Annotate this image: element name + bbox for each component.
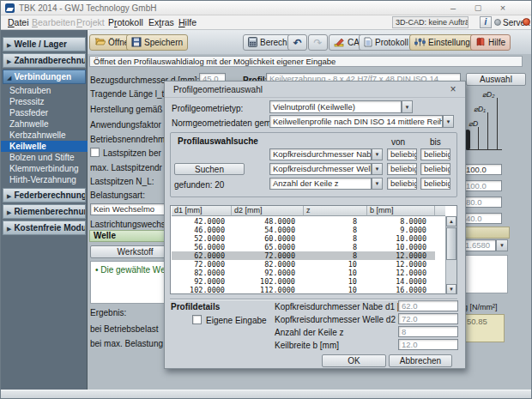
label-lastspitzen: Lastspitzen ber bbox=[103, 148, 161, 158]
detail-label-z: Anzahl der Keile z bbox=[275, 328, 344, 337]
table-row[interactable]: 72.000082.00001012.0000 bbox=[172, 260, 435, 269]
search-button[interactable]: Suchen bbox=[174, 163, 245, 175]
column-header-b[interactable]: b [mm] bbox=[367, 206, 435, 216]
chevron-down-icon[interactable]: ▼ bbox=[372, 178, 383, 190]
column-header-d2[interactable]: d2 [mm] bbox=[232, 206, 304, 216]
profile-select-button[interactable]: Auswahl bbox=[466, 73, 526, 86]
label-max-lastspitzendrehmoment: max. Lastspitzendr bbox=[90, 163, 162, 172]
column-header-z[interactable]: z bbox=[304, 206, 367, 216]
menu-hilfe[interactable]: Hilfe bbox=[178, 17, 196, 27]
sidebar-item-presssitz[interactable]: Presssitz bbox=[1, 96, 88, 107]
criterion-2-to-field[interactable]: beliebig bbox=[420, 163, 450, 175]
table-row[interactable]: 52.000060.0000810.0000 bbox=[172, 234, 435, 243]
dialog-close-icon[interactable]: × bbox=[446, 83, 460, 96]
detail-field-d2: 72.0 bbox=[398, 313, 458, 324]
save-button[interactable]: Speichern bbox=[126, 34, 188, 51]
material-note-text: • Die gewählte We bbox=[95, 265, 166, 275]
profile-details-title: Profildetails bbox=[171, 302, 220, 311]
custom-input-checkbox[interactable] bbox=[192, 315, 202, 324]
collapsed-triangle-icon: ▶ bbox=[7, 209, 11, 215]
chevron-down-icon[interactable]: ▼ bbox=[372, 148, 383, 160]
criterion-1-from-field[interactable]: beliebig bbox=[387, 148, 417, 160]
chevron-down-icon[interactable]: ▼ bbox=[443, 115, 454, 128]
chevron-down-icon[interactable]: ▼ bbox=[402, 100, 413, 113]
sidebar-group-riemenberechnung[interactable]: ▶Riemenberechnung bbox=[3, 204, 86, 219]
cancel-button[interactable]: Abbrechen bbox=[389, 354, 452, 367]
help-button[interactable]: Hilfe bbox=[470, 34, 511, 51]
sidebar-group-federberechnung[interactable]: ▶Federberechnung bbox=[3, 188, 86, 203]
sidebar-item-kerbzahnwelle[interactable]: Kerbzahnwelle bbox=[1, 130, 88, 141]
right-field-3[interactable]: 80.0 bbox=[462, 196, 502, 208]
table-row[interactable]: 42.000048.000088.0000 bbox=[172, 217, 435, 226]
maximize-icon[interactable]: ▢ bbox=[471, 2, 485, 14]
table-scrollbar[interactable]: ▲ ▼ bbox=[445, 216, 456, 294]
detail-label-d1: Kopfkreisdurchmesser Nabe d1 [mm] bbox=[275, 302, 416, 311]
material-number-combobox[interactable]: 1.6580 bbox=[462, 239, 496, 251]
menu-bearbeiten: Bearbeiten bbox=[32, 17, 76, 27]
menu-protokoll[interactable]: Protokoll bbox=[108, 17, 143, 27]
scroll-up-icon[interactable]: ▲ bbox=[446, 216, 456, 227]
sidebar-item-schrauben[interactable]: Schrauben bbox=[1, 85, 88, 96]
scroll-down-icon[interactable]: ▼ bbox=[446, 284, 456, 294]
right-field-4[interactable]: 40.0 bbox=[462, 213, 502, 224]
scrollbar-thumb[interactable] bbox=[446, 227, 456, 260]
sidebar-group-zahnradberechnung[interactable]: ▶Zahnradberechnung bbox=[3, 53, 86, 68]
right-field-1[interactable]: 100.0 bbox=[462, 164, 502, 175]
table-row[interactable]: 82.000092.00001012.0000 bbox=[172, 269, 435, 277]
menu-datei[interactable]: Datei bbox=[8, 17, 29, 27]
collapsed-triangle-icon: ▶ bbox=[7, 42, 11, 48]
dimension-baseline bbox=[468, 149, 502, 150]
ok-button[interactable]: OK bbox=[322, 354, 386, 367]
table-row[interactable]: 102.0000112.00001016.0000 bbox=[172, 286, 435, 294]
profile-type-combobox[interactable]: Vielnutprofil (Keilwelle) bbox=[269, 100, 402, 113]
info-button[interactable]: i bbox=[480, 16, 492, 28]
calculator-icon bbox=[248, 37, 257, 49]
menu-extras[interactable]: Extras bbox=[148, 17, 174, 27]
detail-field-d1: 62.0 bbox=[398, 300, 458, 311]
label-lastrichtungswechsel: Lastrichtungswechs bbox=[90, 220, 166, 229]
material-info-box bbox=[462, 255, 508, 293]
collapsed-triangle-icon: ▶ bbox=[7, 193, 11, 199]
dialog-title-bar: Profilgeometrieauswahl × bbox=[165, 82, 465, 98]
menu-projekt: Projekt bbox=[76, 17, 105, 27]
norm-data-combobox[interactable]: Keilwellenprofile nach DIN ISO 14 mittle… bbox=[269, 115, 443, 128]
sidebar-group-welle-lager[interactable]: ▶Welle / Lager bbox=[3, 37, 86, 51]
table-row[interactable]: 92.0000102.00001014.0000 bbox=[172, 277, 435, 286]
search-criterion-3-combobox[interactable]: Anzahl der Keile z bbox=[269, 178, 372, 190]
criterion-2-from-field[interactable]: beliebig bbox=[387, 163, 417, 175]
sidebar-group-kostenfreie-module[interactable]: ▶Kostenfreie Module bbox=[3, 221, 86, 235]
table-row[interactable]: 56.000065.0000810.0000 bbox=[172, 243, 435, 251]
criterion-1-to-field[interactable]: beliebig bbox=[420, 148, 450, 160]
cad-status-led bbox=[494, 19, 501, 26]
column-to-label: bis bbox=[430, 137, 441, 147]
table-row[interactable]: 46.000054.000089.0000 bbox=[172, 226, 435, 234]
search-criterion-1-combobox[interactable]: Kopfkreisdurchmesser Nabe d1 bbox=[269, 148, 372, 160]
sidebar-group-verbindungen[interactable]: ◢Verbindungen bbox=[3, 70, 86, 84]
table-row-selected[interactable]: 62.000072.0000812.0000 bbox=[172, 251, 435, 260]
profile-results-table: d1 [mm] d2 [mm] z b [mm] 42.000048.00008… bbox=[170, 205, 457, 294]
sidebar-item-bolzen-und-stifte[interactable]: Bolzen und Stifte bbox=[1, 152, 88, 163]
sidebar-item-keilwelle-selected[interactable]: Keilwelle bbox=[1, 141, 88, 152]
undo-button[interactable]: ↶ bbox=[287, 34, 307, 51]
dimension-line bbox=[487, 112, 488, 149]
sidebar-item-hirth-verzahnung[interactable]: Hirth-Verzahnung bbox=[1, 174, 88, 185]
chevron-down-icon[interactable]: ▼ bbox=[372, 163, 383, 175]
sidebar-item-klemmverbindung[interactable]: Klemmverbindung bbox=[1, 163, 88, 174]
minimize-icon[interactable]: – bbox=[446, 2, 460, 14]
lastspitzen-checkbox[interactable] bbox=[90, 148, 100, 157]
column-header-d1[interactable]: d1 [mm] bbox=[172, 206, 232, 216]
criterion-3-from-field[interactable]: beliebig bbox=[387, 178, 417, 190]
sidebar-item-passfeder[interactable]: Passfeder bbox=[1, 107, 88, 118]
search-criterion-2-combobox[interactable]: Kopfkreisdurchmesser Welle d2 bbox=[269, 163, 372, 175]
folder-open-icon bbox=[94, 37, 106, 48]
right-field-2[interactable]: 100.0 bbox=[462, 180, 502, 191]
sidebar-item-zahnwelle[interactable]: Zahnwelle bbox=[1, 118, 88, 130]
chevron-down-icon[interactable]: ▼ bbox=[496, 239, 508, 251]
protocol-button[interactable]: Protokoll bbox=[359, 34, 414, 51]
settings-sliders-icon bbox=[414, 37, 426, 49]
close-icon[interactable]: × bbox=[496, 2, 510, 14]
label-herstellung-gemaess: Herstellung gemäß bbox=[90, 105, 162, 114]
info-bar: Öffnet den Profilauswahldialog mit der M… bbox=[89, 56, 523, 67]
criterion-3-to-field[interactable]: beliebig bbox=[420, 178, 450, 190]
menu-bar: Datei Bearbeiten Projekt Protokoll Extra… bbox=[1, 15, 532, 30]
